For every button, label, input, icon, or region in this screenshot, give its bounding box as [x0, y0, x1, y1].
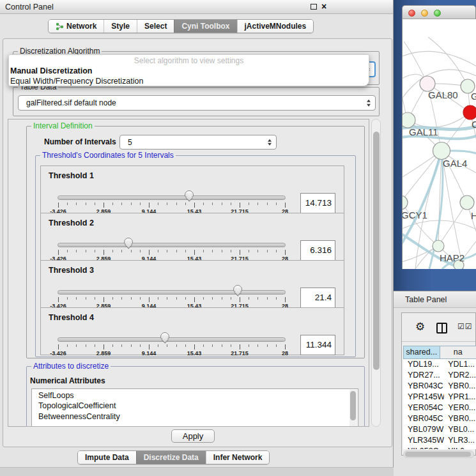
- threshold-label: Threshold 1: [49, 171, 94, 180]
- list-item[interactable]: BetweennessCentrality: [32, 411, 358, 423]
- threshold-value-field[interactable]: 21.4: [300, 288, 335, 308]
- node-table: shared... na YDL19...YDL1... YDR27...YDR…: [403, 346, 476, 449]
- table-panel-title: Table Panel: [405, 295, 447, 304]
- threshold-slider-track[interactable]: [58, 290, 286, 295]
- table-row[interactable]: YPR145WYPR1...: [403, 392, 476, 403]
- node-label: GAL11: [409, 127, 438, 137]
- threshold-label: Threshold 2: [49, 219, 94, 227]
- gear-icon[interactable]: ⚙: [415, 320, 425, 333]
- tab-impute-data[interactable]: Impute Data: [78, 451, 136, 464]
- table-row[interactable]: YBL079WYBL0...: [403, 424, 476, 435]
- slider-tick-marks: [58, 344, 285, 350]
- list-scrollbar[interactable]: [349, 390, 357, 427]
- attributes-group-title: Attributes to discretize: [31, 362, 111, 371]
- float-window-icon[interactable]: [311, 4, 317, 10]
- slider-tick-marks: [58, 250, 285, 256]
- network-nodes[interactable]: [403, 76, 476, 269]
- algorithm-option-equal-width[interactable]: Equal Width/Frequency Discretization: [9, 76, 369, 86]
- interval-definition-title: Interval Definition: [31, 121, 95, 130]
- list-item[interactable]: TopologicalCoefficient: [32, 401, 358, 412]
- table-row[interactable]: YDR27...YDR2...: [403, 370, 476, 381]
- tab-jactivemnodules[interactable]: jActiveMNodules: [237, 20, 314, 33]
- threshold-slider-thumb[interactable]: [160, 332, 169, 339]
- threshold-value-field[interactable]: 11.344: [300, 335, 335, 355]
- table-row[interactable]: YER054CYER0...: [403, 403, 476, 413]
- node-label: GCY1: [403, 210, 427, 220]
- zoom-traffic-light[interactable]: [434, 10, 441, 17]
- node-gcy1[interactable]: [403, 196, 408, 210]
- threshold-slider-track[interactable]: [58, 337, 286, 342]
- list-item[interactable]: SelfLoops: [32, 389, 358, 401]
- threshold-value-field[interactable]: 6.316: [300, 240, 335, 261]
- columns-icon[interactable]: [436, 323, 447, 334]
- numerical-attributes-label: Numerical Attributes: [30, 376, 105, 385]
- select-columns-icon[interactable]: ☑☑: [457, 322, 473, 331]
- table-row[interactable]: YBR043CYBR0...: [403, 381, 476, 392]
- tab-discretize-data[interactable]: Discretize Data: [136, 451, 206, 464]
- tab-style[interactable]: Style: [104, 20, 137, 33]
- tab-network[interactable]: Network: [49, 20, 104, 33]
- node-h[interactable]: [460, 196, 474, 210]
- close-traffic-light[interactable]: [408, 10, 415, 17]
- table-row[interactable]: YIL052CYIL0...: [403, 446, 476, 449]
- network-canvas[interactable]: GAL80 GA C GAL11 GAL4 GCY1 H HAP2: [402, 19, 476, 269]
- tab-select[interactable]: Select: [137, 20, 174, 33]
- algorithm-dropdown-popup: Select algorithm to view settings Manual…: [8, 54, 369, 86]
- slider-tick-marks: [58, 203, 285, 208]
- number-of-intervals-label: Number of Intervals: [44, 137, 116, 146]
- node-hap2[interactable]: [433, 240, 444, 252]
- slider-tick-marks: [58, 297, 285, 303]
- table-panel-titlebar: Table Panel: [394, 291, 476, 308]
- column-header-name[interactable]: na: [440, 346, 476, 359]
- table-row[interactable]: YDL19...YDL1...: [403, 359, 476, 370]
- slider-scale-labels: -3.4262.8599.14415.4321.71528: [58, 350, 285, 357]
- network-view-window: GAL80 GA C GAL11 GAL4 GCY1 H HAP2: [402, 5, 476, 269]
- threshold-slider-thumb[interactable]: [185, 190, 194, 197]
- threshold-slider-track[interactable]: [58, 196, 286, 200]
- table-row[interactable]: YBR045CYBR0...: [403, 413, 476, 424]
- scrollbar-thumb[interactable]: [405, 452, 471, 457]
- threshold-slider-thumb[interactable]: [124, 238, 133, 245]
- apply-button[interactable]: Apply: [171, 429, 215, 443]
- table-toolbar: ⚙ ☑☑: [402, 313, 475, 342]
- threshold-row-3: Threshold 3 -3.4262.8599.14415.4321.7152…: [40, 260, 344, 308]
- threshold-row-4: Threshold 4 -3.4262.8599.14415.4321.7152…: [40, 307, 344, 355]
- threshold-label: Threshold 4: [49, 313, 94, 322]
- node-selected-red[interactable]: [463, 105, 476, 119]
- node-label: HAP2: [440, 252, 464, 263]
- threshold-slider-thumb[interactable]: [233, 285, 242, 292]
- table-data-combobox[interactable]: galFiltered.sif default node: [18, 95, 376, 111]
- panel-vertical-scrollbar[interactable]: [371, 119, 381, 427]
- control-panel: Control Panel × Network Style Select Cyn…: [0, 0, 394, 476]
- network-window-titlebar[interactable]: [402, 5, 476, 19]
- node-label: GAL4: [443, 158, 467, 169]
- tab-cyni-toolbox[interactable]: Cyni Toolbox: [174, 20, 236, 33]
- threshold-label: Threshold 3: [49, 266, 94, 275]
- status-strip: [0, 467, 394, 476]
- algorithm-placeholder-option[interactable]: Select algorithm to view settings: [9, 56, 369, 66]
- column-header-shared-name[interactable]: shared...: [403, 346, 440, 359]
- node-gal11[interactable]: [403, 112, 415, 128]
- number-of-intervals-value: 5: [120, 138, 132, 147]
- combo-arrows-icon: [367, 100, 371, 107]
- tab-infer-network[interactable]: Infer Network: [206, 451, 270, 464]
- node-label: GA: [471, 91, 476, 102]
- control-panel-titlebar: Control Panel ×: [0, 0, 393, 14]
- table-data-value: galFiltered.sif default node: [19, 98, 116, 107]
- control-panel-tabs: Network Style Select Cyni Toolbox jActiv…: [48, 19, 314, 33]
- threshold-value-field[interactable]: 14.713: [300, 193, 335, 213]
- threshold-row-2: Threshold 2 -3.4262.8599.14415.4321.7152…: [40, 213, 344, 261]
- table-row[interactable]: YLR345WYLR3...: [403, 435, 476, 446]
- table-panel-body: ⚙ ☑☑ shared... na YDL19...YDL1... YDR27.…: [394, 308, 476, 476]
- threshold-slider-track[interactable]: [58, 243, 286, 247]
- close-icon[interactable]: ×: [321, 1, 326, 12]
- application-root: Control Panel × Network Style Select Cyn…: [0, 0, 476, 476]
- thresholds-group-title: Threshold's Coordinates for 5 Intervals: [40, 151, 176, 160]
- scrollbar-thumb[interactable]: [373, 132, 380, 370]
- node-gal4[interactable]: [433, 142, 450, 160]
- combo-arrows-icon: [268, 139, 272, 146]
- algorithm-option-manual[interactable]: Manual Discretization: [9, 66, 369, 76]
- table-horizontal-scrollbar[interactable]: [403, 450, 474, 458]
- number-of-intervals-combobox[interactable]: 5: [119, 135, 277, 150]
- minimize-traffic-light[interactable]: [421, 10, 428, 17]
